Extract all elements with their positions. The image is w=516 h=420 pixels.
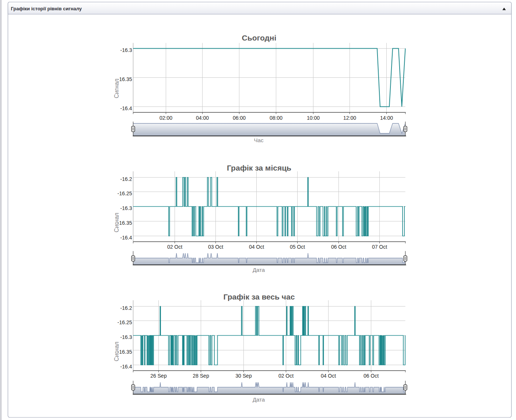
svg-text:Сьогодні: Сьогодні <box>242 34 277 42</box>
svg-text:-16.35: -16.35 <box>117 220 132 226</box>
svg-text:04 Oct: 04 Oct <box>321 373 336 379</box>
svg-text:-16.4: -16.4 <box>120 105 132 111</box>
svg-text:08:00: 08:00 <box>270 115 282 121</box>
svg-text:10:00: 10:00 <box>307 115 320 121</box>
svg-text:Сигнал: Сигнал <box>113 342 120 361</box>
svg-text:Час: Час <box>254 137 264 143</box>
svg-text:-16.35: -16.35 <box>117 349 132 355</box>
svg-text:04:00: 04:00 <box>196 115 209 121</box>
svg-text:Дата: Дата <box>253 267 265 273</box>
svg-text:14:00: 14:00 <box>380 115 393 121</box>
svg-text:-16.25: -16.25 <box>117 190 132 196</box>
svg-text:03 Oct: 03 Oct <box>208 244 223 250</box>
svg-text:12:00: 12:00 <box>343 115 356 121</box>
svg-text:-16.3: -16.3 <box>120 47 132 53</box>
svg-text:-16.4: -16.4 <box>120 235 132 241</box>
svg-text:Сигнал: Сигнал <box>113 78 120 98</box>
svg-text:-16.2: -16.2 <box>120 176 132 182</box>
svg-text:-16.35: -16.35 <box>117 76 132 82</box>
svg-text:Графік за весь час: Графік за весь час <box>224 293 295 301</box>
svg-text:06:00: 06:00 <box>233 115 246 121</box>
svg-text:26 Sep: 26 Sep <box>150 373 167 379</box>
svg-text:05 Oct: 05 Oct <box>290 244 305 250</box>
svg-text:06 Oct: 06 Oct <box>331 244 346 250</box>
svg-text:02 Oct: 02 Oct <box>278 373 294 379</box>
svg-text:-16.4: -16.4 <box>120 364 132 370</box>
svg-text:30 Sep: 30 Sep <box>235 373 252 379</box>
svg-text:28 Sep: 28 Sep <box>193 373 209 379</box>
svg-text:Графіки історії рівнів сигналу: Графіки історії рівнів сигналу <box>11 6 82 11</box>
svg-text:Графік за місяць: Графік за місяць <box>227 164 291 172</box>
svg-text:Сигнал: Сигнал <box>113 213 120 232</box>
svg-text:-16.3: -16.3 <box>120 205 132 211</box>
svg-text:-16.3: -16.3 <box>120 334 132 340</box>
svg-text:04 Oct: 04 Oct <box>249 244 264 250</box>
svg-text:02 Oct: 02 Oct <box>167 244 182 250</box>
svg-text:02:00: 02:00 <box>159 115 172 121</box>
svg-text:Дата: Дата <box>253 396 265 403</box>
svg-text:-16.2: -16.2 <box>120 305 132 311</box>
svg-text:-16.25: -16.25 <box>117 319 132 325</box>
svg-text:07 Oct: 07 Oct <box>372 244 387 250</box>
svg-text:06 Oct: 06 Oct <box>364 373 379 379</box>
